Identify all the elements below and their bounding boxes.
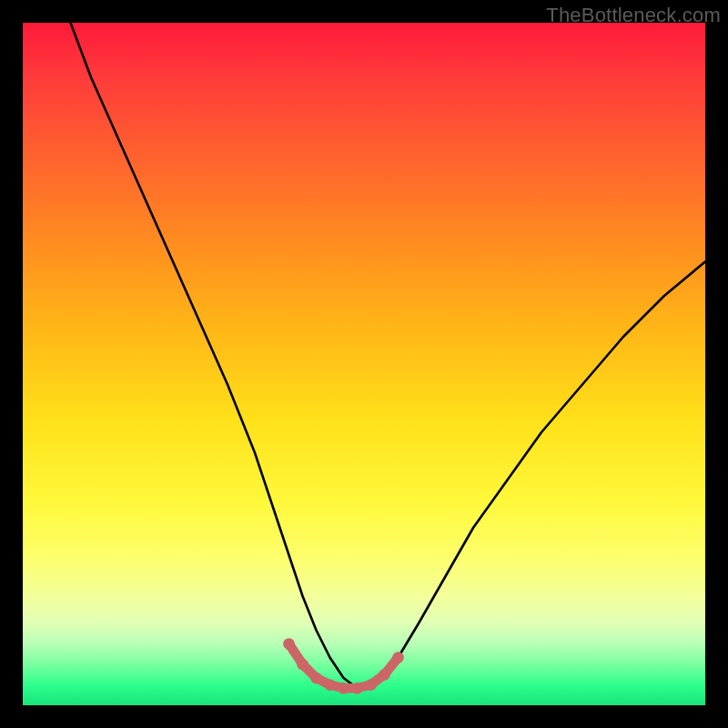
highlight-dot	[392, 652, 404, 663]
chart-stage: TheBottleneck.com	[0, 0, 728, 728]
highlight-dot	[365, 679, 377, 691]
highlight-dot	[338, 682, 349, 694]
bottleneck-curve	[71, 23, 706, 694]
highlight-dot	[351, 682, 363, 694]
curve-svg	[23, 23, 705, 705]
curve-main-path	[71, 23, 706, 688]
highlight-dot	[297, 659, 308, 671]
highlight-dot	[324, 679, 336, 691]
highlight-dot	[379, 669, 390, 681]
plot-area	[23, 23, 705, 705]
highlight-dot	[310, 672, 322, 684]
highlight-dot	[283, 638, 295, 650]
